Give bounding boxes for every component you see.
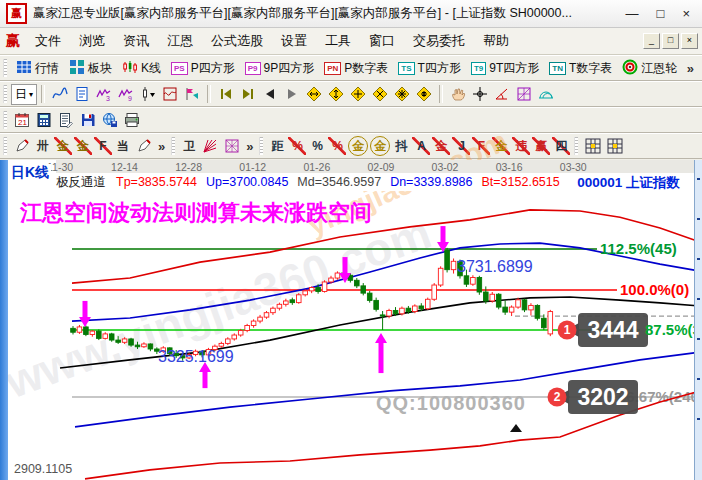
rays-tool-icon[interactable]	[200, 136, 220, 156]
notes-icon[interactable]	[56, 110, 76, 130]
toolbar-grip[interactable]	[574, 137, 578, 155]
candle-style-icon[interactable]	[138, 84, 158, 104]
toolbar-grip[interactable]	[171, 137, 175, 155]
draw-tool-icon[interactable]: F	[472, 137, 490, 155]
menu-item[interactable]: 窗口	[360, 29, 404, 53]
nav-first-icon[interactable]	[216, 84, 236, 104]
kline-button[interactable]: K线	[117, 57, 166, 80]
wave-3-icon[interactable]: 3	[94, 84, 114, 104]
p-square-button[interactable]: PSP四方形	[166, 58, 240, 79]
draw-tool-icon[interactable]: 赢	[532, 137, 550, 155]
menu-item[interactable]: 浏览	[70, 29, 114, 53]
gann-wheel-button[interactable]: 江恩轮	[617, 57, 682, 80]
p-table-button[interactable]: PNP数字表	[319, 58, 393, 79]
draw-tool-icon[interactable]: 卫	[180, 137, 198, 155]
draw-tool-icon[interactable]: 四	[552, 137, 570, 155]
pen-tool-icon[interactable]	[12, 136, 32, 156]
right-scrollbar[interactable]	[694, 160, 702, 480]
draw-tool-icon[interactable]: 距	[268, 137, 286, 155]
draw-tool-icon[interactable]: 金	[54, 137, 72, 155]
menu-item[interactable]: 工具	[316, 29, 360, 53]
diamond-1-icon[interactable]	[304, 84, 324, 104]
diamond-2-icon[interactable]	[326, 84, 346, 104]
t-square-button[interactable]: TST四方形	[393, 58, 466, 79]
draw-tool-icon[interactable]: A	[412, 137, 430, 155]
pattern-red-icon[interactable]	[160, 84, 180, 104]
period-tab-daily[interactable]: 日K线	[9, 164, 51, 182]
blocks-button[interactable]: 板块	[64, 57, 117, 80]
diamond-6-icon[interactable]	[414, 84, 434, 104]
draw-tool-icon[interactable]: F	[94, 137, 112, 155]
toolbar-separator	[439, 85, 443, 103]
draw-tool-icon[interactable]: %	[328, 137, 346, 155]
toolbar-grip[interactable]	[259, 137, 263, 155]
period-day-selector[interactable]: 日 ▾	[11, 84, 37, 105]
wave-9-icon[interactable]: 9	[116, 84, 136, 104]
hand-icon[interactable]	[448, 84, 468, 104]
crosshair-icon[interactable]	[470, 84, 490, 104]
diamond-5-icon[interactable]	[392, 84, 412, 104]
minimize-button[interactable]: —	[626, 7, 639, 21]
toolbar-grip[interactable]	[3, 59, 7, 77]
draw-tool-icon[interactable]: 金	[370, 136, 390, 156]
mdi-restore-button[interactable]: □	[662, 33, 679, 49]
cycle-icon[interactable]	[536, 84, 556, 104]
draw-tool-icon[interactable]: 违	[512, 137, 530, 155]
mdi-close-button[interactable]: ×	[681, 33, 698, 49]
candle	[484, 292, 489, 301]
maximize-button[interactable]: □	[657, 7, 665, 21]
toolbar-overflow-chevron[interactable]: »	[246, 139, 253, 154]
toolbar-main: 行情板块K线PSP四方形P99P四方形PNP数字表TST四方形T99T四方形TN…	[0, 55, 702, 81]
menu-item[interactable]: 公式选股	[202, 29, 272, 53]
close-button[interactable]: ×	[682, 7, 690, 21]
draw-tool-icon[interactable]: 金	[432, 137, 450, 155]
print-icon[interactable]	[122, 110, 142, 130]
nav-next-icon[interactable]	[282, 84, 302, 104]
draw-tool-icon[interactable]: 当	[114, 137, 132, 155]
toolbar-grip[interactable]	[3, 111, 7, 129]
web-icon[interactable]	[100, 110, 120, 130]
menu-item[interactable]: 帮助	[474, 29, 518, 53]
price-marker-2[interactable]: 23202	[548, 380, 639, 414]
diamond-4-icon[interactable]	[370, 84, 390, 104]
9t-square-button[interactable]: T99T四方形	[466, 58, 544, 79]
menu-item[interactable]: 文件	[26, 29, 70, 53]
save-icon[interactable]	[78, 110, 98, 130]
price-marker-1[interactable]: 13444	[558, 313, 649, 347]
diamond-3-icon[interactable]	[348, 84, 368, 104]
draw-tool-icon[interactable]: J	[452, 137, 470, 155]
toolbar-grip[interactable]	[3, 137, 7, 155]
toolbar-grip[interactable]	[3, 85, 7, 103]
quotes-button[interactable]: 行情	[11, 57, 64, 80]
draw-tool-icon[interactable]: %	[288, 137, 306, 155]
gann-square-icon[interactable]	[514, 84, 534, 104]
calendar-icon[interactable]: 21	[12, 110, 32, 130]
nav-last-icon[interactable]	[238, 84, 258, 104]
webgrid-tool-icon[interactable]	[222, 136, 242, 156]
calculator-icon[interactable]	[34, 110, 54, 130]
pen-tool-icon[interactable]	[134, 136, 154, 156]
gridgold-tool-icon[interactable]	[605, 136, 625, 156]
draw-tool-icon[interactable]: 金	[348, 136, 368, 156]
menu-item[interactable]: 设置	[272, 29, 316, 53]
toolbar-overflow-chevron[interactable]: »	[158, 139, 165, 154]
gridgold-tool-icon[interactable]	[583, 136, 603, 156]
9p-square-button[interactable]: P99P四方形	[240, 58, 319, 79]
draw-tool-icon[interactable]: %	[308, 137, 326, 155]
draw-tool-icon[interactable]: 金	[492, 137, 510, 155]
curve-icon[interactable]	[50, 84, 70, 104]
flag-icon[interactable]	[182, 84, 202, 104]
draw-tool-icon[interactable]: 卅	[34, 137, 52, 155]
menu-item[interactable]: 江恩	[158, 29, 202, 53]
candle	[496, 294, 501, 307]
menu-item[interactable]: 资讯	[114, 29, 158, 53]
mdi-minimize-button[interactable]: _	[643, 33, 660, 49]
draw-tool-icon[interactable]: 金	[74, 137, 92, 155]
nav-prev-icon[interactable]	[260, 84, 280, 104]
toolbar-overflow-chevron[interactable]: »	[687, 61, 694, 76]
measure-icon[interactable]	[492, 84, 512, 104]
t-table-button[interactable]: TNT数字表	[544, 58, 617, 79]
menu-item[interactable]: 交易委托	[404, 29, 474, 53]
report-icon[interactable]	[72, 84, 92, 104]
draw-tool-icon[interactable]: 抖	[392, 137, 410, 155]
